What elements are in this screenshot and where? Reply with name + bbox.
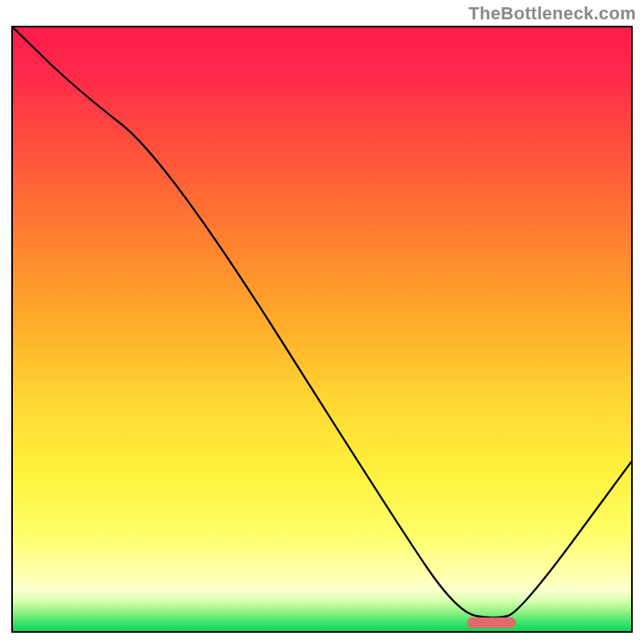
bottleneck-curve bbox=[13, 27, 631, 617]
optimum-marker bbox=[467, 617, 517, 628]
watermark-text: TheBottleneck.com bbox=[469, 3, 636, 24]
plot-area bbox=[11, 26, 633, 633]
chart-container: TheBottleneck.com bbox=[0, 0, 644, 644]
curve-svg bbox=[13, 27, 631, 631]
